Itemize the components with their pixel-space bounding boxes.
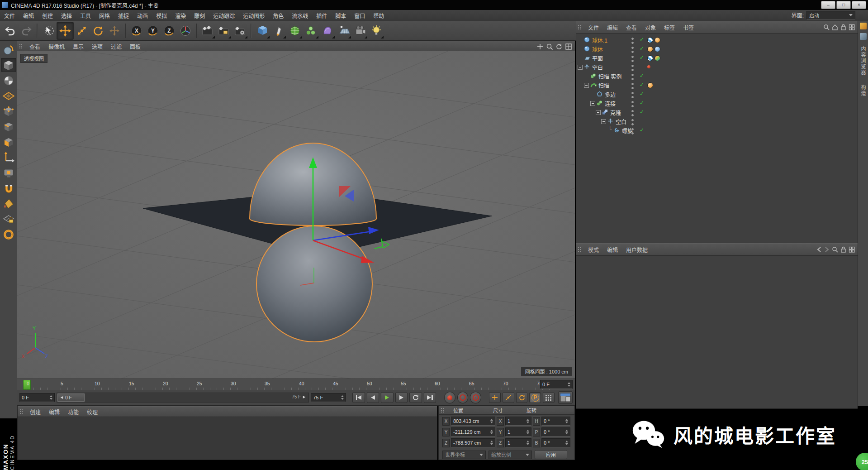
material-list-empty[interactable] bbox=[18, 417, 437, 460]
menu-file[interactable]: 文件 bbox=[0, 10, 19, 21]
structure-tab-icon[interactable] bbox=[860, 33, 867, 40]
scale-tool[interactable] bbox=[74, 22, 90, 39]
camera-button[interactable] bbox=[352, 22, 368, 39]
menu-create[interactable]: 创建 bbox=[38, 10, 57, 21]
rotation-p-field[interactable]: 0 ° bbox=[541, 427, 570, 436]
render-settings-button[interactable] bbox=[232, 22, 248, 39]
edges-mode-button[interactable] bbox=[1, 120, 16, 134]
timeline-slider-handle[interactable]: 0 F bbox=[57, 393, 85, 402]
enabled-check-icon[interactable]: ✓ bbox=[640, 82, 644, 88]
autokey-button[interactable] bbox=[457, 392, 469, 403]
layout-panel-button[interactable] bbox=[558, 391, 573, 404]
close-button[interactable]: × bbox=[852, 1, 866, 9]
interface-dropdown[interactable]: 启动 bbox=[806, 11, 855, 19]
expression-tag-icon[interactable] bbox=[647, 65, 650, 68]
menu-simulate[interactable]: 模拟 bbox=[152, 10, 171, 21]
menu-character[interactable]: 角色 bbox=[269, 10, 288, 21]
vp-menu-view[interactable]: 查看 bbox=[25, 41, 44, 52]
mat-menu-texture[interactable]: 纹理 bbox=[83, 407, 102, 417]
vp-menu-panel[interactable]: 面板 bbox=[126, 41, 145, 52]
menu-window[interactable]: 窗口 bbox=[350, 10, 369, 21]
collapse-expander[interactable] bbox=[584, 83, 589, 88]
enabled-check-icon[interactable]: ✓ bbox=[640, 72, 644, 79]
keyframe-selection-button[interactable] bbox=[470, 392, 481, 403]
mat-menu-function[interactable]: 功能 bbox=[64, 407, 83, 417]
tree-row-nside[interactable]: 多边 ✓ bbox=[576, 90, 858, 99]
points-mode-button[interactable] bbox=[1, 104, 16, 118]
redo-button[interactable] bbox=[18, 22, 34, 39]
lock-icon[interactable] bbox=[840, 24, 846, 30]
subdivision-surface-button[interactable] bbox=[287, 22, 303, 39]
next-frame-button[interactable] bbox=[395, 392, 408, 403]
key-scale-toggle[interactable] bbox=[503, 392, 514, 403]
visibility-dots[interactable] bbox=[631, 37, 634, 44]
size-z-field[interactable]: 1 bbox=[505, 438, 531, 447]
enabled-check-icon[interactable]: ✓ bbox=[640, 100, 644, 106]
vp-menu-options[interactable]: 选项 bbox=[88, 41, 107, 52]
vp-menu-display[interactable]: 显示 bbox=[69, 41, 88, 52]
primitive-cube-button[interactable] bbox=[254, 22, 270, 39]
view-label[interactable]: 透视视图 bbox=[20, 54, 47, 63]
structure-tab[interactable]: 构造 bbox=[859, 82, 867, 99]
goto-end-button[interactable] bbox=[424, 392, 436, 403]
texture-tag-icon[interactable] bbox=[647, 55, 653, 61]
key-position-toggle[interactable] bbox=[489, 392, 501, 403]
environment-floor-button[interactable] bbox=[336, 22, 352, 39]
enabled-check-icon[interactable]: ✓ bbox=[640, 109, 644, 115]
current-frame-field[interactable]: 0 F bbox=[540, 380, 573, 389]
menu-render[interactable]: 渲染 bbox=[171, 10, 190, 21]
paint-setup-button[interactable] bbox=[1, 197, 16, 211]
enabled-check-icon[interactable]: ✓ bbox=[640, 54, 644, 61]
play-mode-loop-button[interactable] bbox=[409, 392, 422, 403]
tree-row-sweep-instance[interactable]: 扫描 实例 ✓ bbox=[576, 72, 858, 81]
position-x-field[interactable]: 803.413 cm bbox=[451, 417, 495, 426]
menu-snap[interactable]: 捕捉 bbox=[114, 10, 133, 21]
minimize-button[interactable]: – bbox=[821, 1, 835, 9]
search-icon[interactable] bbox=[823, 24, 830, 30]
previous-frame-button[interactable] bbox=[367, 392, 379, 403]
back-arrow-icon[interactable] bbox=[816, 247, 822, 252]
grid-icon[interactable] bbox=[849, 246, 855, 253]
om-menu-bookmarks[interactable]: 书签 bbox=[679, 22, 698, 33]
rotate-view-icon[interactable] bbox=[555, 43, 563, 50]
tree-row-cloner[interactable]: 克隆 ✓ bbox=[576, 108, 858, 117]
enabled-check-icon[interactable]: ✓ bbox=[640, 45, 644, 52]
maximize-button[interactable]: □ bbox=[836, 1, 851, 9]
enabled-check-icon[interactable]: ✓ bbox=[640, 91, 644, 97]
forward-arrow-icon[interactable] bbox=[824, 247, 830, 252]
am-menu-edit[interactable]: 编辑 bbox=[603, 245, 622, 255]
material-tag-icon[interactable] bbox=[655, 55, 660, 61]
grid-icon[interactable] bbox=[849, 24, 855, 30]
lock-icon[interactable] bbox=[840, 246, 846, 253]
visibility-dots[interactable] bbox=[631, 91, 634, 99]
rotate-tool[interactable] bbox=[90, 22, 106, 39]
enabled-check-icon[interactable]: ✓ bbox=[640, 127, 644, 133]
axis-mode-button[interactable] bbox=[1, 150, 16, 164]
browser-tab-icon[interactable] bbox=[860, 23, 867, 29]
spinner-arrows[interactable] bbox=[48, 395, 52, 400]
visibility-dots[interactable] bbox=[631, 101, 634, 108]
light-button[interactable] bbox=[368, 22, 384, 39]
om-menu-file[interactable]: 文件 bbox=[584, 22, 603, 33]
model-mode-button[interactable] bbox=[1, 58, 16, 72]
menu-mograph[interactable]: 运动图形 bbox=[239, 10, 269, 21]
menu-edit[interactable]: 编辑 bbox=[19, 10, 38, 21]
spinner-arrows[interactable] bbox=[566, 382, 570, 387]
key-pla-toggle[interactable] bbox=[543, 392, 555, 403]
tree-row-connect[interactable]: 连接 ✓ bbox=[576, 99, 858, 108]
tree-row-sphere[interactable]: 球体 ✓ bbox=[576, 44, 858, 53]
toggle-view-icon[interactable] bbox=[565, 43, 572, 50]
snap-mode-button[interactable] bbox=[1, 181, 16, 195]
lock-y-axis-button[interactable]: Y bbox=[145, 22, 161, 39]
position-z-field[interactable]: -788.507 cm bbox=[451, 438, 495, 447]
collapse-expander[interactable] bbox=[578, 65, 583, 70]
visibility-dots[interactable] bbox=[631, 64, 634, 72]
apply-button[interactable]: 应用 bbox=[535, 450, 567, 459]
array-generator-button[interactable] bbox=[303, 22, 319, 39]
search-icon[interactable] bbox=[832, 246, 838, 253]
tree-row-null-2[interactable]: 空白 bbox=[576, 117, 858, 126]
render-view-button[interactable] bbox=[199, 22, 216, 39]
vp-menu-cameras[interactable]: 摄像机 bbox=[44, 41, 69, 52]
coord-system-dropdown[interactable]: 世界坐标 bbox=[442, 451, 486, 459]
enabled-check-icon[interactable]: ✓ bbox=[640, 36, 644, 43]
